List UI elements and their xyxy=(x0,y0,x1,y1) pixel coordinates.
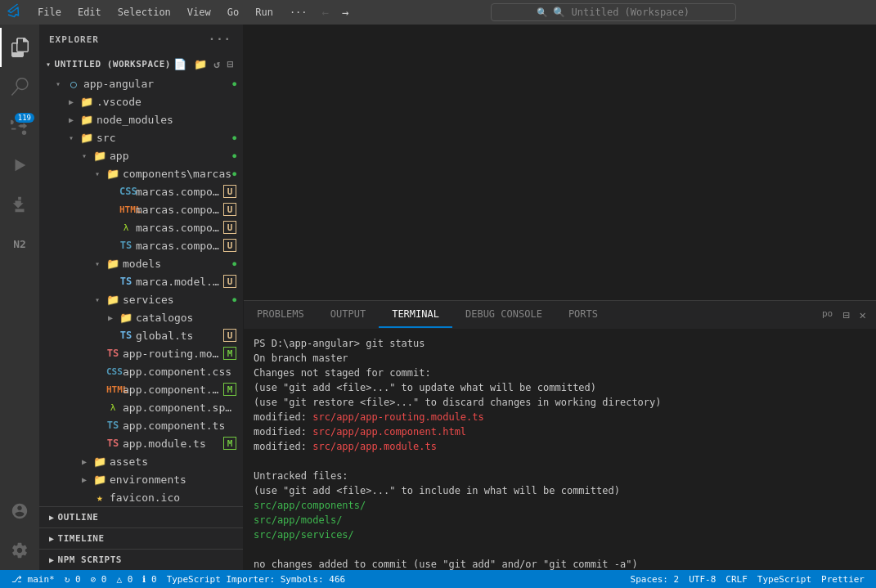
label-catalogos: catalogos xyxy=(136,312,236,324)
icon-marcas-html: HTML xyxy=(119,204,133,215)
tree-item-src[interactable]: ▾ 📁 src ● xyxy=(39,128,243,146)
status-app-module: M xyxy=(223,437,236,450)
status-language-service[interactable]: TypeScript Importer: Symbols: 466 xyxy=(162,570,351,588)
status-warnings[interactable]: △ 0 xyxy=(112,570,138,588)
tab-terminal[interactable]: TERMINAL xyxy=(379,302,452,328)
status-language-mode-text: TypeScript xyxy=(757,574,811,585)
icon-app-module: TS xyxy=(106,438,119,449)
label-marcas-ts: marcas.component.ts xyxy=(136,240,223,252)
activity-settings[interactable] xyxy=(0,531,39,570)
tree-item-marcas-css[interactable]: ▶ CSS marcas.component.css U xyxy=(39,182,243,200)
tree-item-app-spec[interactable]: ▶ λ app.component.spec.ts xyxy=(39,398,243,416)
dot-services: ● xyxy=(232,296,236,303)
collapse-btn[interactable]: ⊟ xyxy=(225,57,236,71)
status-branch[interactable]: ⎇ main* xyxy=(7,570,60,588)
tree-item-components-marcas[interactable]: ▾ 📁 components\marcas ● xyxy=(39,164,243,182)
main-layout: 119 N2 EXPLORER ·· xyxy=(0,25,876,570)
activity-run-debug[interactable] xyxy=(0,146,39,185)
status-prettier[interactable]: Prettier xyxy=(816,570,869,588)
new-folder-btn[interactable]: 📁 xyxy=(191,57,210,71)
status-encoding-text: UTF-8 xyxy=(689,574,716,585)
label-global-ts: global.ts xyxy=(136,330,223,342)
status-bar: ⎇ main* ↻ 0 ⊘ 0 △ 0 ℹ 0 TypeScript Impor… xyxy=(0,570,876,588)
tree-item-marcas-html[interactable]: ▶ HTML marcas.component.html U xyxy=(39,200,243,218)
terminal-modified-2-label: modified: xyxy=(254,426,312,438)
workspace-header[interactable]: ▾ UNTITLED (WORKSPACE) 📄 📁 ↺ ⊟ xyxy=(39,54,243,74)
activity-explorer[interactable] xyxy=(0,28,39,67)
tab-debug-console[interactable]: DEBUG CONSOLE xyxy=(452,302,555,328)
activity-search[interactable] xyxy=(0,67,39,106)
menu-view[interactable]: View xyxy=(181,3,218,21)
label-favicon: favicon.ico xyxy=(110,491,236,504)
refresh-btn[interactable]: ↺ xyxy=(211,57,222,71)
activity-source-control[interactable]: 119 xyxy=(0,106,39,146)
tree-item-app-module[interactable]: ▶ TS app.module.ts M xyxy=(39,434,243,452)
outline-label: OUTLINE xyxy=(58,512,99,523)
status-encoding[interactable]: UTF-8 xyxy=(684,570,721,588)
menu-selection[interactable]: Selection xyxy=(111,3,177,21)
status-marcas-html: U xyxy=(223,203,236,216)
nav-forward-button[interactable]: → xyxy=(337,4,353,20)
arrow-environments: ▶ xyxy=(82,475,92,484)
status-line-endings[interactable]: CRLF xyxy=(721,570,752,588)
nav-back-button[interactable]: ← xyxy=(317,4,334,20)
tab-ports[interactable]: PORTS xyxy=(555,302,611,328)
status-errors[interactable]: ⊘ 0 xyxy=(86,570,112,588)
tree-item-marca-model[interactable]: ▶ TS marca.model.ts U xyxy=(39,272,243,290)
timeline-section[interactable]: ▶ TIMELINE xyxy=(39,527,243,549)
tree-item-node-modules[interactable]: ▶ 📁 node_modules xyxy=(39,110,243,128)
icon-services: 📁 xyxy=(106,294,119,306)
arrow-node-modules: ▶ xyxy=(69,115,79,124)
terminal-modified-2: modified: src/app/app.component.html xyxy=(254,424,866,439)
outline-section[interactable]: ▶ OUTLINE xyxy=(39,506,243,527)
terminal-untracked-hint-text: (use "git add <file>..." to include in w… xyxy=(254,485,620,496)
label-src: src xyxy=(97,132,232,144)
terminal-content[interactable]: PS D:\app-angular> git status On branch … xyxy=(244,330,876,570)
tree-item-app-html[interactable]: ▶ HTML app.component.html M xyxy=(39,380,243,398)
tab-problems[interactable]: PROBLEMS xyxy=(244,302,317,328)
terminal-panel: PROBLEMS OUTPUT TERMINAL DEBUG CONSOLE P… xyxy=(244,300,876,570)
icon-models: 📁 xyxy=(106,258,119,270)
menu-file[interactable]: File xyxy=(31,3,68,21)
new-file-btn[interactable]: 📄 xyxy=(171,57,190,71)
terminal-untracked-2-path: src/app/models/ xyxy=(254,514,342,526)
sidebar-more-actions[interactable]: ··· xyxy=(207,31,233,47)
tab-output[interactable]: OUTPUT xyxy=(317,302,379,328)
dot-components: ● xyxy=(232,170,236,177)
tree-item-app-component-ts[interactable]: ▶ TS app.component.ts xyxy=(39,416,243,434)
tree-item-models[interactable]: ▾ 📁 models ● xyxy=(39,254,243,272)
activity-n2[interactable]: N2 xyxy=(0,224,39,263)
tree-item-marcas-spec[interactable]: ▶ λ marcas.component.spec.ts U xyxy=(39,218,243,236)
tree-item-vscode[interactable]: ▶ 📁 .vscode xyxy=(39,92,243,110)
menu-edit[interactable]: Edit xyxy=(71,3,108,21)
tree-item-environments[interactable]: ▶ 📁 environments xyxy=(39,470,243,488)
menu-go[interactable]: Go xyxy=(221,3,245,21)
status-info[interactable]: ℹ 0 xyxy=(137,570,161,588)
status-sync[interactable]: ↻ 0 xyxy=(60,570,86,588)
title-search[interactable]: 🔍 🔍 Untitled (Workspace) xyxy=(491,3,736,21)
tree-item-catalogos[interactable]: ▶ 📁 catalogos xyxy=(39,308,243,326)
tree-item-marcas-ts[interactable]: ▶ TS marcas.component.ts U xyxy=(39,236,243,254)
menu-more[interactable]: ··· xyxy=(283,3,314,21)
tree-item-services[interactable]: ▾ 📁 services ● xyxy=(39,290,243,308)
tree-item-favicon[interactable]: ▶ ★ favicon.ico xyxy=(39,488,243,506)
terminal-untracked-text: Untracked files: xyxy=(254,470,348,482)
status-language-mode[interactable]: TypeScript xyxy=(752,570,816,588)
tree-item-app-routing[interactable]: ▶ TS app-routing.module.ts M xyxy=(39,344,243,362)
terminal-close-btn[interactable]: ✕ xyxy=(856,305,869,325)
tree-item-assets[interactable]: ▶ 📁 assets xyxy=(39,452,243,470)
menu-run[interactable]: Run xyxy=(249,3,280,21)
tree-item-global-ts[interactable]: ▶ TS global.ts U xyxy=(39,326,243,344)
label-app-spec: app.component.spec.ts xyxy=(123,402,236,414)
terminal-maximize-btn[interactable]: ⊟ xyxy=(839,305,852,325)
tree-item-app[interactable]: ▾ 📁 app ● xyxy=(39,146,243,164)
activity-extensions[interactable] xyxy=(0,185,39,224)
status-spaces[interactable]: Spaces: 2 xyxy=(626,570,685,588)
icon-marca-model: TS xyxy=(119,276,133,287)
npm-scripts-section[interactable]: ▶ NPM SCRIPTS xyxy=(39,549,243,570)
tree-item-app-css[interactable]: ▶ CSS app.component.css xyxy=(39,362,243,380)
tree-item-app-angular[interactable]: ▾ ○ app-angular ● xyxy=(39,74,243,92)
menu-bar: File Edit Selection View Go Run ··· ← → … xyxy=(0,0,876,25)
activity-accounts[interactable] xyxy=(0,491,39,531)
npm-label: NPM SCRIPTS xyxy=(58,554,122,565)
